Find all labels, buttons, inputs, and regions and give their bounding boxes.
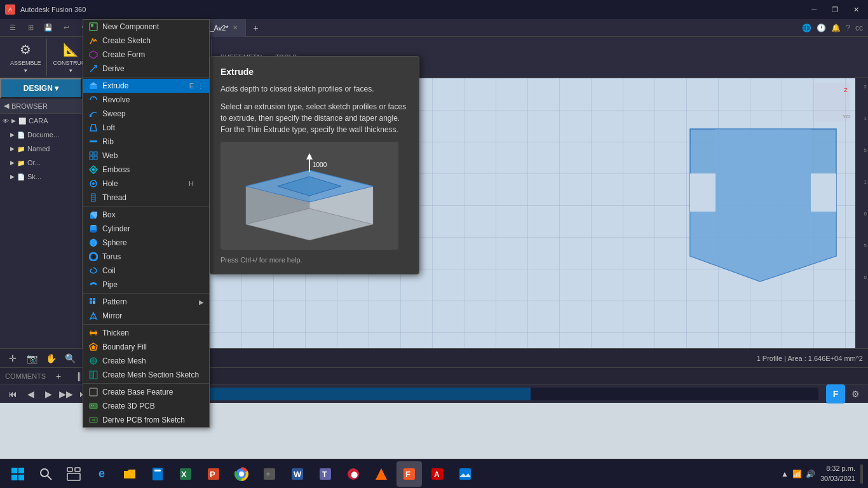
nav-pan-btn[interactable]: ✛	[5, 351, 20, 366]
help-icon[interactable]: ?	[846, 24, 850, 32]
construct-arrow: ▾	[69, 67, 72, 74]
menu-item-cylinder[interactable]: Cylinder	[83, 222, 209, 236]
windows-taskbar: e X P = W T ⬤ F A ▲ 📶 🔊	[0, 459, 868, 488]
emboss-label: Emboss	[102, 165, 130, 174]
acrobat-button[interactable]: A	[424, 461, 450, 487]
browser-expand-sk[interactable]: ▶	[10, 173, 15, 180]
chrome-button[interactable]	[229, 461, 254, 487]
cylinder-label: Cylinder	[102, 224, 130, 233]
app1-button[interactable]: ⬤	[341, 461, 366, 487]
menu-item-hole[interactable]: Hole H	[83, 177, 209, 191]
menu-item-mirror[interactable]: Mirror	[83, 309, 209, 323]
browser-expand-or[interactable]: ▶	[10, 159, 15, 166]
timeline-settings-btn[interactable]: ⚙	[848, 386, 863, 402]
nav-zoom-btn[interactable]: 🔍	[62, 351, 78, 366]
tooltip-desc-1: Adds depth to closed sketch profiles or …	[220, 83, 409, 95]
nav-icon[interactable]: 🌐	[802, 24, 811, 32]
menu-item-sphere[interactable]: Sphere	[83, 236, 209, 250]
fusion-taskbar-button[interactable]: F	[397, 461, 422, 487]
maximize-btn[interactable]: ❐	[828, 6, 842, 14]
menu-item-pattern[interactable]: Pattern ▶	[83, 295, 209, 309]
toolbar-mini-undo[interactable]: ↩	[58, 20, 74, 36]
search-button[interactable]	[33, 461, 58, 487]
menu-item-pipe[interactable]: Pipe	[83, 278, 209, 292]
store-button[interactable]	[145, 461, 170, 487]
browser-collapse-icon[interactable]: ◀	[4, 102, 9, 110]
menu-item-box[interactable]: Box	[83, 208, 209, 222]
menu-item-emboss[interactable]: Emboss	[83, 163, 209, 177]
history-icon[interactable]: 🕐	[817, 24, 826, 32]
divider-2	[83, 206, 209, 207]
volume-icon[interactable]: 🔊	[806, 470, 815, 478]
browser-panel: ◀ BROWSER 👁 ▶ ⬜ CARA ▶ 📄 Docume... ▶ 📁	[0, 98, 82, 348]
menu-item-coil[interactable]: Coil	[83, 264, 209, 278]
timeline-prev-btn[interactable]: ◀	[23, 386, 38, 402]
calc-button[interactable]: =	[257, 461, 282, 487]
excel-button[interactable]: X	[173, 461, 198, 487]
menu-item-torus[interactable]: Torus	[83, 250, 209, 264]
menu-item-boundary-fill[interactable]: Boundary Fill	[83, 340, 209, 348]
svg-rect-31	[93, 298, 95, 301]
web-icon	[88, 151, 98, 161]
menu-item-sweep[interactable]: Sweep	[83, 107, 209, 121]
design-button[interactable]: DESIGN ▾	[0, 78, 82, 98]
browser-eye-icon[interactable]: 👁	[3, 118, 9, 125]
extrude-label: Extrude	[102, 81, 128, 90]
minimize-btn[interactable]: ─	[808, 6, 820, 13]
timeline-play-btn[interactable]: ▶	[41, 386, 56, 402]
toolbar-mini-btn[interactable]: ☰	[5, 20, 20, 36]
svg-marker-93	[376, 468, 387, 480]
nav-cam-btn[interactable]: 📷	[24, 351, 39, 366]
close-btn[interactable]: ✕	[850, 6, 863, 14]
new-tab-btn[interactable]: +	[248, 20, 264, 36]
tab-close-2[interactable]: ✕	[233, 24, 238, 31]
menu-item-thicken[interactable]: Thicken	[83, 326, 209, 340]
browser-item-cara[interactable]: 👁 ▶ ⬜ CARA	[0, 114, 82, 128]
ppt-button[interactable]: P	[201, 461, 226, 487]
toolbar-mini-btn3[interactable]: 💾	[41, 20, 56, 36]
tray-icon-1[interactable]: ▲	[781, 470, 789, 478]
titlebar: A Autodesk Fusion 360 ─ ❐ ✕	[0, 0, 868, 19]
notif-icon[interactable]: 🔔	[831, 24, 841, 32]
browser-item-doc[interactable]: ▶ 📄 Docume...	[0, 128, 82, 142]
ruler-mark-7: 0	[855, 275, 868, 307]
assemble-btn[interactable]: ⚙ ASSEMBLE ▾	[8, 39, 44, 76]
nav-hand-btn[interactable]: ✋	[43, 351, 58, 366]
start-button[interactable]	[5, 461, 31, 487]
main-area: DESIGN ▾ ◀ BROWSER 👁 ▶ ⬜ CARA ▶ 📄 Docume…	[0, 78, 868, 348]
network-icon[interactable]: 📶	[792, 470, 802, 478]
files-button[interactable]	[117, 461, 142, 487]
extrude-options-arrow[interactable]: ⋮	[198, 83, 204, 90]
comments-add-btn[interactable]: +	[51, 369, 66, 384]
ruler-mark-6: 5	[855, 243, 868, 275]
menu-item-thread[interactable]: Thread	[83, 191, 209, 205]
fusion-icon-btn[interactable]: F	[826, 384, 845, 403]
timeline-next-btn[interactable]: ▶▶	[58, 386, 74, 402]
user-icon[interactable]: cc	[855, 24, 863, 32]
edge-button[interactable]: e	[89, 461, 114, 487]
menu-item-extrude[interactable]: Extrude E ⋮	[83, 79, 209, 93]
menu-item-web[interactable]: Web	[83, 149, 209, 163]
right-ruler: 2 1 5 1 0 5 0	[855, 78, 868, 348]
browser-expand-cara[interactable]: ▶	[11, 118, 16, 124]
browser-item-sk[interactable]: ▶ 📄 Sk...	[0, 170, 82, 184]
ruler-mark-5: 0	[855, 212, 868, 243]
taskview-button[interactable]	[61, 461, 86, 487]
thread-icon	[88, 193, 98, 203]
browser-item-or[interactable]: ▶ 📁 Or...	[0, 156, 82, 170]
app2-button[interactable]	[369, 461, 394, 487]
timeline-start-btn[interactable]: ⏮	[5, 386, 20, 402]
menu-item-loft[interactable]: Loft	[83, 121, 209, 135]
toolbar-mini-btn2[interactable]: ⊞	[23, 20, 38, 36]
menu-item-rib[interactable]: Rib	[83, 135, 209, 149]
tooltip-popup: Extrude Adds depth to closed sketch prof…	[210, 78, 419, 274]
taskbar-clock[interactable]: 8:32 p.m. 30/03/2021	[820, 464, 855, 484]
browser-expand-doc[interactable]: ▶	[10, 132, 15, 138]
show-desktop-btn[interactable]	[860, 464, 863, 484]
browser-item-named[interactable]: ▶ 📁 Named	[0, 142, 82, 156]
teams-button[interactable]: T	[313, 461, 338, 487]
photos-button[interactable]	[452, 461, 478, 487]
browser-expand-named[interactable]: ▶	[10, 146, 15, 152]
menu-item-revolve[interactable]: Revolve	[83, 93, 209, 107]
word-button[interactable]: W	[285, 461, 310, 487]
